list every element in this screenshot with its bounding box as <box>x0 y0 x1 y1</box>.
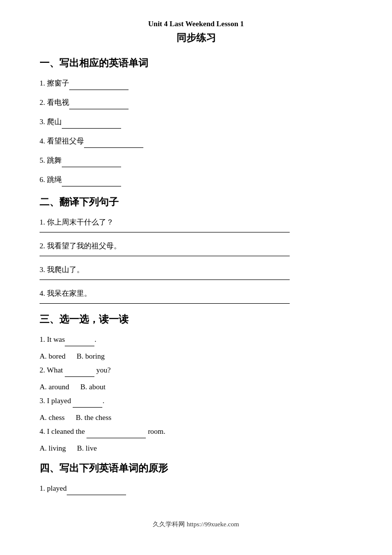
page-title-cn: 同步练习 <box>40 31 352 45</box>
s3-blank4 <box>87 438 146 438</box>
s1-blank6 <box>62 186 121 186</box>
s2-item4: 4. 我呆在家里。 <box>40 287 352 300</box>
s2-line1 <box>40 232 290 232</box>
s1-item1: 1. 擦窗子 <box>40 77 352 90</box>
s1-item5: 5. 跳舞 <box>40 154 352 167</box>
s3-blank2 <box>65 376 94 377</box>
s1-item4: 4. 看望祖父母 <box>40 135 352 148</box>
s1-item6: 6. 跳绳 <box>40 173 352 186</box>
s3-options1: A. bored B. boring <box>40 352 352 361</box>
s1-blank1 <box>69 90 129 90</box>
section2: 二、翻译下列句子 1. 你上周末干什么了？ 2. 我看望了我的祖父母。 3. 我… <box>40 195 352 304</box>
section3-title: 三、选一选，读一读 <box>40 313 352 326</box>
section4: 四、写出下列英语单词的原形 1. played <box>40 462 352 495</box>
s3-blank3 <box>73 407 102 408</box>
s3-options2: A. around B. about <box>40 383 352 391</box>
s3-options4: A. living B. live <box>40 444 352 453</box>
section1-title: 一、写出相应的英语单词 <box>40 56 352 70</box>
s3-blank1 <box>65 346 94 346</box>
s4-item1: 1. played <box>40 482 352 495</box>
s2-line3 <box>40 279 290 280</box>
s3-item3: 3. I played . <box>40 394 352 408</box>
section1: 一、写出相应的英语单词 1. 擦窗子 2. 看电视 3. 爬山 4. 看望祖父母… <box>40 56 352 186</box>
section4-title: 四、写出下列英语单词的原形 <box>40 462 352 475</box>
footer: 久久学科网 https://99xueke.com <box>40 515 352 529</box>
s3-item2: 2. What you? <box>40 364 352 377</box>
s2-line2 <box>40 256 290 256</box>
s1-blank5 <box>62 167 121 167</box>
s1-item3: 3. 爬山 <box>40 115 352 129</box>
s2-item2: 2. 我看望了我的祖父母。 <box>40 239 352 253</box>
page-title-en: Unit 4 Last Weekend Lesson 1 <box>40 20 352 28</box>
s1-item2: 2. 看电视 <box>40 96 352 109</box>
section2-title: 二、翻译下列句子 <box>40 195 352 209</box>
s3-item1: 1. It was. <box>40 333 352 346</box>
section3: 三、选一选，读一读 1. It was. A. bored B. boring … <box>40 313 352 453</box>
s2-line4 <box>40 303 290 304</box>
s1-blank4 <box>84 147 143 148</box>
s3-options3: A. chess B. the chess <box>40 414 352 422</box>
s2-item3: 3. 我爬山了。 <box>40 263 352 277</box>
s1-blank2 <box>69 109 129 109</box>
s2-item1: 1. 你上周末干什么了？ <box>40 216 352 229</box>
s1-blank3 <box>62 128 121 129</box>
s4-blank1 <box>67 495 126 495</box>
s3-item4: 4. I cleaned the room. <box>40 425 352 438</box>
